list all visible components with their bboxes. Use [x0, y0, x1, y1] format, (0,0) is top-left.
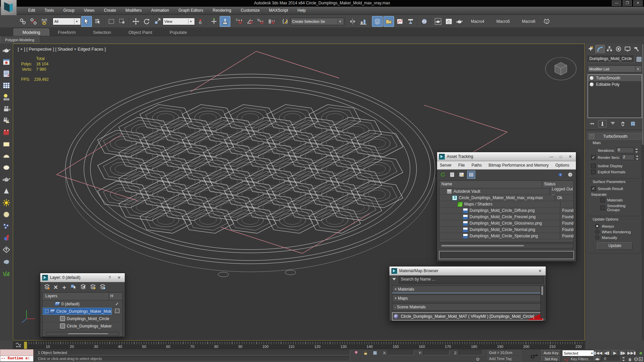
search-input[interactable]: Search by Name ...: [399, 276, 544, 284]
percent-snap-toggle[interactable]: %: [256, 16, 266, 26]
listener-script-pane[interactable]: -- Runtime e:: [0, 356, 34, 362]
vray-light-dome-icon[interactable]: [1, 150, 12, 161]
tab-create[interactable]: [586, 45, 595, 53]
ribbon-tab[interactable]: Populate: [161, 29, 196, 36]
object-color-swatch[interactable]: [636, 56, 642, 62]
tab-motion[interactable]: [614, 45, 623, 53]
graphite-ribbon-toggle[interactable]: [383, 16, 394, 27]
custom-macro-icon[interactable]: [542, 16, 552, 26]
isoline-display-checkbox[interactable]: [591, 164, 596, 168]
ribbon-tab[interactable]: Selection: [85, 29, 120, 36]
menu-item[interactable]: Customize: [236, 7, 264, 14]
highlight-layer-icon[interactable]: [80, 283, 87, 291]
delete-layer-icon[interactable]: ✕: [53, 284, 58, 291]
detail-view-icon[interactable]: [458, 171, 465, 178]
vray-dome-camera-icon[interactable]: [1, 115, 12, 126]
curve-editor-button[interactable]: [395, 16, 405, 26]
viewport-label[interactable]: [ + ] [ Perspective ] [ Shaded + Edged F…: [18, 47, 106, 52]
help-icon[interactable]: ?: [106, 275, 113, 281]
maximize-icon[interactable]: □: [557, 154, 565, 160]
app-logo[interactable]: [1, 0, 17, 15]
modifier-stack-item[interactable]: TurboSmooth: [588, 75, 642, 81]
infocenter-help-icon[interactable]: ?: [557, 171, 565, 178]
menu-item[interactable]: Create: [99, 7, 121, 14]
mini-curve-editor-icon[interactable]: [14, 342, 23, 349]
select-and-rotate-button[interactable]: [142, 16, 152, 26]
menu-item[interactable]: Animation: [147, 7, 174, 14]
next-frame-button[interactable]: ▮▶: [619, 350, 627, 356]
render-setup-button[interactable]: [433, 16, 443, 26]
menu-item[interactable]: Help: [293, 7, 311, 14]
macro4-button[interactable]: Macro4: [465, 19, 490, 24]
make-unique-icon[interactable]: [609, 120, 616, 127]
time-tag-cube-icon[interactable]: [474, 356, 481, 362]
key-mode-toggle[interactable]: ◀▶: [594, 356, 601, 362]
polygon-modeling-panel[interactable]: Polygon Modeling: [0, 36, 39, 44]
asset-table-row[interactable]: Maps / Shaders: [439, 201, 574, 207]
expand-icon[interactable]: -: [45, 309, 49, 313]
ribbon-tab[interactable]: Modeling: [13, 28, 49, 36]
render-production-button[interactable]: [454, 16, 465, 26]
current-frame-field[interactable]: 0: [602, 356, 621, 361]
smoothing-groups-checkbox[interactable]: [600, 205, 605, 210]
asset-table-row[interactable]: Dumplings_Mold_Circle_Specular.png Found: [439, 233, 574, 239]
use-pivot-center-button[interactable]: [195, 16, 205, 26]
render-iters-field[interactable]: 2: [622, 155, 635, 160]
pan-view-icon[interactable]: [627, 356, 633, 362]
unlink-selection-icon[interactable]: [29, 16, 39, 26]
asset-table-row[interactable]: Dumplings_Mold_Circle_Normal.png Found: [439, 227, 574, 233]
vray-sun-icon[interactable]: [1, 197, 12, 208]
hide-column-header[interactable]: H: [109, 293, 122, 300]
freeze-layer-icon[interactable]: [99, 283, 106, 291]
angle-snap-toggle[interactable]: [245, 16, 255, 26]
set-keys-icon[interactable]: [529, 351, 540, 360]
close-icon[interactable]: ✕: [633, 0, 643, 6]
bind-to-space-warp-icon[interactable]: [39, 16, 49, 26]
set-key-button[interactable]: Set Key: [541, 356, 561, 362]
update-option-radio[interactable]: Manually: [591, 235, 639, 240]
minimize-icon[interactable]: —: [612, 0, 621, 6]
asset-table-row[interactable]: Circle_Dumplings_Maker_Mold_max_vray.max…: [439, 195, 574, 201]
materials-checkbox[interactable]: [600, 198, 605, 202]
maximize-icon[interactable]: ❐: [623, 0, 632, 6]
object-name-field[interactable]: Dumplings_Mold_Circle: [588, 56, 634, 63]
keyboard-shortcut-override-toggle[interactable]: [220, 16, 230, 27]
selection-filter-dropdown[interactable]: All▾: [53, 18, 81, 25]
macro5-button[interactable]: Macro5: [490, 19, 516, 24]
layers-column-header[interactable]: Layers: [43, 293, 109, 300]
scene-material-item[interactable]: Circle_Dumplings_Maker_Mold_MAT ( VRayMt…: [392, 312, 543, 320]
auto-key-button[interactable]: Auto Key: [541, 350, 561, 356]
asset-path-field[interactable]: [439, 251, 574, 259]
select-in-layer-icon[interactable]: [70, 283, 77, 291]
menu-item[interactable]: Bitmap Performance and Memory: [488, 163, 548, 168]
layer-state-mark[interactable]: [115, 309, 119, 313]
table-view-icon[interactable]: [467, 171, 475, 179]
macro6-button[interactable]: Macro6: [516, 19, 541, 24]
select-and-scale-button[interactable]: [152, 16, 162, 26]
update-option-radio[interactable]: Always: [591, 224, 639, 228]
maps-section-header[interactable]: + Maps: [392, 295, 543, 302]
add-time-tag[interactable]: Add Time Tag: [487, 356, 522, 361]
layer-dialog-titlebar[interactable]: Layer: 0 (default) ? ✕: [40, 273, 125, 282]
update-option-radio[interactable]: When Rendering: [591, 230, 639, 234]
iterations-field[interactable]: 0: [616, 147, 634, 153]
tab-display[interactable]: [623, 45, 632, 53]
collapse-icon[interactable]: −: [590, 134, 594, 138]
iterations-spinner[interactable]: [634, 147, 639, 153]
minimize-icon[interactable]: —: [548, 154, 555, 160]
browser-options-icon[interactable]: [391, 277, 397, 283]
rendered-frame-window-button[interactable]: [444, 16, 454, 26]
time-slider[interactable]: [24, 342, 27, 349]
mirror-button[interactable]: [347, 16, 358, 26]
vray-fur-icon[interactable]: [1, 268, 12, 279]
frame-spinner[interactable]: [621, 356, 626, 362]
menu-item[interactable]: Modifiers: [121, 7, 147, 14]
menu-item[interactable]: Graph Editors: [174, 7, 208, 14]
turbosmooth-rollout-header[interactable]: − TurboSmooth: [588, 133, 642, 140]
column-header-name[interactable]: Name: [439, 181, 542, 188]
render-iters-spinner[interactable]: [635, 155, 639, 160]
isolate-selection-icon[interactable]: [353, 350, 360, 356]
show-end-result-icon[interactable]: [598, 120, 606, 127]
menu-item[interactable]: Rendering: [208, 7, 236, 14]
z-coordinate-field[interactable]: [459, 350, 483, 355]
